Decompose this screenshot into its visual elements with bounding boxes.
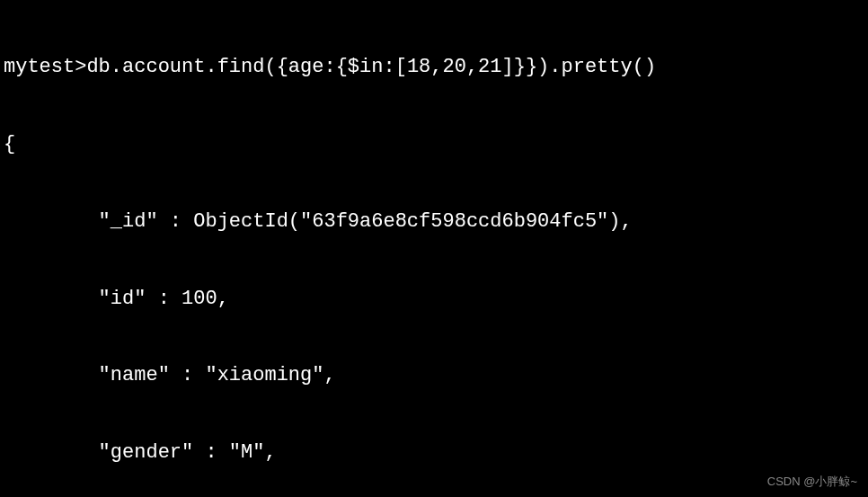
terminal-output: mytest>db.account.find({age:{$in:[18,20,… [4,4,864,497]
command-text: db.account.find({age:{$in:[18,20,21]}}).… [86,56,656,78]
output-line: "gender" : "M", [4,440,864,466]
command-line: mytest>db.account.find({age:{$in:[18,20,… [4,55,864,81]
output-line: { [4,132,864,158]
watermark: CSDN @小胖鲸~ [767,475,857,490]
output-line: "name" : "xiaoming", [4,363,864,389]
output-line: "_id" : ObjectId("63f9a6e8cf598ccd6b904f… [4,209,864,235]
output-line: "id" : 100, [4,287,864,313]
prompt: mytest> [4,56,86,78]
